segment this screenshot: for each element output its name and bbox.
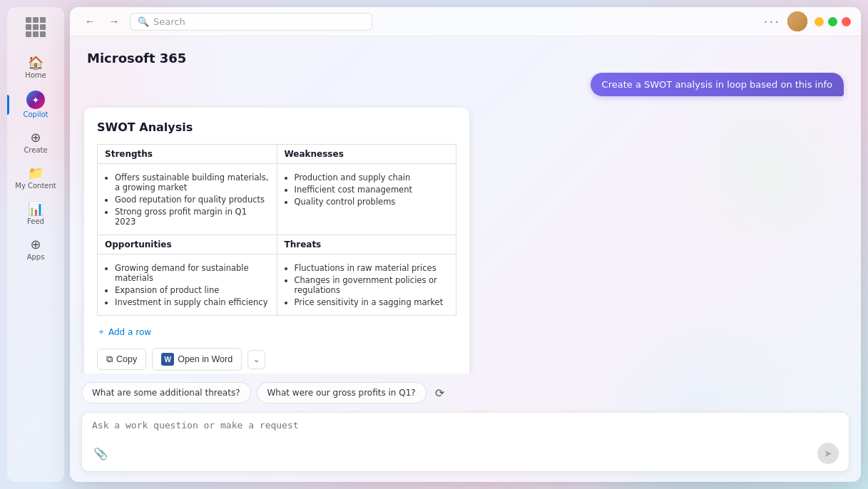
sidebar-label-feed: Feed (27, 217, 44, 225)
titlebar-right: ··· (764, 11, 851, 31)
main-content: Microsoft 365 Create a SWOT analysis in … (70, 36, 861, 482)
sidebar-label-apps: Apps (27, 253, 45, 261)
sidebar-label-copilot: Copilot (23, 110, 48, 118)
app-title: Microsoft 365 (70, 48, 861, 73)
search-icon: 🔍 (138, 16, 149, 27)
maximize-button[interactable] (828, 17, 837, 26)
titlebar: ← → 🔍 Search ··· (70, 7, 861, 36)
forward-button[interactable]: → (104, 11, 124, 31)
user-message: Create a SWOT analysis in loop based on … (591, 73, 844, 96)
copy-button[interactable]: ⧉ Copy (97, 349, 146, 370)
strengths-header: Strengths (98, 145, 277, 164)
sidebar-item-create[interactable]: ⊕ Create (7, 125, 64, 159)
open-in-word-label: Open in Word (178, 354, 233, 364)
back-button[interactable]: ← (80, 11, 100, 31)
opportunities-header: Opportunities (98, 235, 277, 254)
send-icon: ➤ (824, 448, 832, 459)
action-bar: ⧉ Copy W Open in Word ⌄ (97, 348, 456, 371)
suggestion-chip-1[interactable]: What were our gross profits in Q1? (257, 382, 427, 403)
search-bar[interactable]: 🔍 Search (130, 13, 372, 31)
open-in-word-button[interactable]: W Open in Word (152, 348, 242, 371)
sidebar-item-copilot[interactable]: ✦ Copilot (7, 86, 64, 123)
list-item: Investment in supply chain efficiency (115, 297, 270, 307)
sidebar-item-my-content[interactable]: 📁 My Content (7, 160, 64, 195)
attach-button[interactable]: 📎 (92, 446, 109, 462)
input-area: 📎 ➤ (81, 412, 849, 472)
swot-table: Strengths Weaknesses Offers sustainable … (97, 144, 456, 316)
apps-icon: ⊕ (30, 237, 41, 252)
weaknesses-cell: Production and supply chain Inefficient … (277, 164, 456, 235)
input-actions: 📎 ➤ (92, 443, 839, 464)
list-item: Offers sustainable building materials, a… (115, 173, 270, 192)
swot-title: SWOT Analysis (97, 120, 456, 134)
my-content-icon: 📁 (28, 165, 44, 180)
list-item: Price sensitivity in a sagging market (295, 297, 449, 307)
sidebar-label-my-content: My Content (15, 182, 56, 190)
list-item: Strong gross profit margin in Q1 2023 (115, 207, 270, 227)
list-item: Expansion of product line (115, 285, 270, 295)
list-item: Good reputation for quality products (115, 195, 270, 205)
add-row-link[interactable]: ＋ Add a row (97, 323, 456, 341)
chat-messages: Create a SWOT analysis in loop based on … (70, 73, 861, 374)
sidebar-label-create: Create (24, 146, 47, 154)
list-item: Quality control problems (295, 197, 449, 207)
open-word-chevron[interactable]: ⌄ (247, 350, 265, 369)
apps-grid-icon (26, 17, 46, 37)
list-item: Fluctuations in raw material prices (295, 263, 449, 273)
sidebar-label-home: Home (25, 71, 46, 79)
home-icon: 🏠 (28, 55, 44, 70)
list-item: Inefficient cost management (295, 185, 449, 195)
close-button[interactable] (842, 17, 851, 26)
window-controls (815, 17, 851, 26)
add-row-label: Add a row (108, 327, 151, 337)
suggestion-chip-0[interactable]: What are some additional threats? (81, 382, 251, 403)
avatar[interactable] (787, 11, 807, 31)
feed-icon: 📊 (28, 201, 44, 216)
list-item: Changes in government policies or regula… (295, 275, 449, 295)
opportunities-cell: Growing demand for sustainable materials… (98, 254, 277, 316)
list-item: Growing demand for sustainable materials (115, 263, 270, 283)
word-icon: W (161, 353, 174, 366)
send-button[interactable]: ➤ (817, 443, 839, 464)
suggestions-row: What are some additional threats? What w… (70, 374, 861, 412)
search-placeholder: Search (153, 16, 185, 27)
chat-input[interactable] (92, 420, 839, 436)
create-icon: ⊕ (30, 130, 41, 145)
copy-label: Copy (116, 354, 137, 364)
copilot-icon: ✦ (26, 91, 45, 109)
copy-icon: ⧉ (106, 354, 113, 365)
sidebar-item-apps[interactable]: ⊕ Apps (7, 232, 64, 266)
nav-controls: ← → (80, 11, 124, 31)
chat-panel: Microsoft 365 Create a SWOT analysis in … (70, 36, 861, 482)
sidebar-item-home[interactable]: 🏠 Home (7, 50, 64, 84)
weaknesses-header: Weaknesses (277, 145, 456, 164)
refresh-suggestions-button[interactable]: ⟳ (432, 382, 447, 403)
threats-cell: Fluctuations in raw material prices Chan… (277, 254, 456, 316)
sidebar-item-feed[interactable]: 📊 Feed (7, 196, 64, 230)
threats-header: Threats (277, 235, 456, 254)
add-icon: ＋ (97, 326, 106, 338)
ai-response-card: SWOT Analysis Strengths Weaknesses Offer… (84, 108, 469, 374)
more-options-icon[interactable]: ··· (764, 14, 780, 29)
strengths-cell: Offers sustainable building materials, a… (98, 164, 277, 235)
list-item: Production and supply chain (295, 173, 449, 182)
minimize-button[interactable] (815, 17, 824, 26)
